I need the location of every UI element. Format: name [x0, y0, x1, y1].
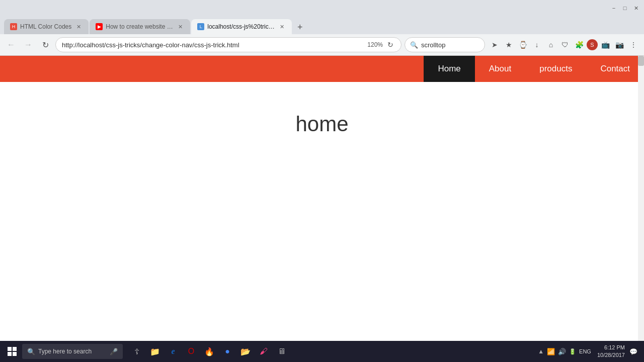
- chrome-icon: ●: [225, 347, 230, 356]
- navigate-forward-icon[interactable]: ➤: [488, 38, 501, 51]
- forward-button[interactable]: →: [21, 38, 35, 52]
- action-center-icon[interactable]: 💬: [627, 345, 640, 358]
- date-display: 10/28/2017: [597, 351, 625, 359]
- tab-title-1: HTML Color Codes: [20, 23, 71, 30]
- menu-button[interactable]: ⋮: [627, 38, 640, 51]
- program-icon: 🖥: [278, 347, 286, 356]
- taskbar-app-opera[interactable]: O: [183, 343, 199, 359]
- download-icon[interactable]: ↓: [530, 38, 543, 51]
- refresh-button[interactable]: ↻: [38, 38, 52, 52]
- taskbar-system-tray: ▲ 📶 🔊 🔋 ENG 6:12 PM 10/28/2017 💬: [534, 344, 640, 359]
- nav-label-contact: Contact: [600, 64, 630, 74]
- site-main-heading: home: [295, 112, 348, 136]
- taskbar-app-program[interactable]: 🖥: [274, 343, 290, 359]
- nav-item-contact[interactable]: Contact: [586, 56, 644, 82]
- language-label: ENG: [579, 348, 591, 354]
- show-hidden-icon[interactable]: ▲: [538, 348, 544, 355]
- tab-html-color-codes[interactable]: H HTML Color Codes ✕: [4, 19, 89, 34]
- tab-favicon-1: H: [10, 23, 17, 30]
- search-text: scrolltop: [421, 41, 445, 49]
- site-main-content: home: [0, 82, 644, 341]
- back-button[interactable]: ←: [4, 38, 18, 52]
- taskbar-app-chrome[interactable]: ●: [219, 343, 235, 359]
- tab-localhost[interactable]: L localhost/css-js%20tricks/chan... ✕: [191, 19, 292, 34]
- windows-logo-icon: [8, 347, 17, 356]
- tab-close-3[interactable]: ✕: [278, 23, 286, 31]
- toolbar-icons: ➤ ★ ⌚ ↓ ⌂ 🛡 🧩 S 📺 📷 ⋮: [488, 38, 640, 51]
- history-icon[interactable]: ⌚: [516, 38, 529, 51]
- browser-window: − □ ✕ H HTML Color Codes ✕ ▶ How to crea…: [0, 0, 644, 362]
- tab-title-2: How to create website layo...: [106, 23, 173, 30]
- nav-items: Home About products Contact: [424, 56, 644, 82]
- network-icon[interactable]: 📶: [547, 348, 555, 355]
- cast-icon[interactable]: 📺: [599, 38, 612, 51]
- firefox-icon: 🔥: [204, 347, 214, 356]
- battery-icon[interactable]: 🔋: [569, 348, 576, 355]
- nav-label-about: About: [489, 64, 511, 74]
- address-text: http://localhost/css-js-tricks/change-co…: [62, 41, 364, 49]
- system-icons: ▲ 📶 🔊 🔋 ENG: [534, 348, 595, 355]
- close-button[interactable]: ✕: [632, 4, 640, 12]
- taskbar-app-task-view[interactable]: ☦: [129, 343, 145, 359]
- nav-item-products[interactable]: products: [525, 56, 586, 82]
- taskbar-app-paint[interactable]: 🖌: [256, 343, 272, 359]
- maximize-button[interactable]: □: [621, 4, 629, 12]
- paint-icon: 🖌: [260, 347, 268, 356]
- taskbar-apps: ☦ 📁 e O 🔥 ● 📂 🖌 🖥: [129, 343, 290, 359]
- start-button[interactable]: [4, 343, 20, 359]
- account-icon[interactable]: S: [587, 39, 598, 50]
- new-tab-button[interactable]: +: [293, 20, 307, 34]
- title-bar: − □ ✕: [0, 0, 644, 16]
- nav-item-home[interactable]: Home: [424, 56, 474, 82]
- taskbar-app-ie[interactable]: e: [165, 343, 181, 359]
- minimize-button[interactable]: −: [610, 4, 618, 12]
- taskbar-app-folder[interactable]: 📂: [237, 343, 254, 359]
- folder-icon: 📂: [240, 347, 251, 356]
- bookmark-star-icon[interactable]: ★: [502, 38, 515, 51]
- tab-how-to-create[interactable]: ▶ How to create website layo... ✕: [90, 19, 190, 34]
- window-controls: − □ ✕: [610, 4, 640, 12]
- taskbar-search-placeholder: Type here to search: [38, 348, 92, 355]
- tab-title-3: localhost/css-js%20tricks/chan...: [207, 23, 275, 30]
- tab-close-1[interactable]: ✕: [74, 23, 83, 31]
- home-icon[interactable]: ⌂: [544, 38, 557, 51]
- opera-icon: O: [188, 347, 194, 356]
- volume-icon[interactable]: 🔊: [558, 348, 566, 355]
- time-display: 6:12 PM: [597, 344, 625, 351]
- scrollbar[interactable]: [638, 56, 644, 341]
- extensions-icon[interactable]: 🧩: [573, 38, 586, 51]
- taskbar-app-file-explorer[interactable]: 📁: [147, 343, 163, 359]
- site-navbar: Home About products Contact: [0, 56, 644, 82]
- search-bar[interactable]: 🔍 scrolltop: [405, 37, 485, 52]
- scrollbar-thumb[interactable]: [638, 56, 644, 66]
- taskbar: 🔍 Type here to search 🎤 ☦ 📁 e O 🔥 ●: [0, 341, 644, 362]
- task-view-icon: ☦: [134, 347, 139, 356]
- taskbar-search-icon: 🔍: [27, 348, 35, 355]
- nav-item-about[interactable]: About: [475, 56, 525, 82]
- tab-bar: H HTML Color Codes ✕ ▶ How to create web…: [0, 16, 644, 34]
- microphone-icon: 🎤: [110, 348, 118, 355]
- ie-icon: e: [171, 347, 175, 356]
- tab-favicon-2: ▶: [96, 23, 103, 30]
- zoom-level: 120%: [367, 41, 383, 48]
- file-explorer-icon: 📁: [150, 347, 160, 356]
- taskbar-app-firefox[interactable]: 🔥: [201, 343, 217, 359]
- screenshot-icon[interactable]: 📷: [613, 38, 626, 51]
- nav-label-home: Home: [438, 64, 460, 74]
- shield-icon[interactable]: 🛡: [558, 38, 572, 51]
- search-icon: 🔍: [410, 41, 418, 49]
- address-bar[interactable]: http://localhost/css-js-tricks/change-co…: [55, 37, 401, 52]
- address-bar-row: ← → ↻ http://localhost/css-js-tricks/cha…: [0, 34, 644, 55]
- tab-favicon-3: L: [197, 23, 204, 30]
- browser-content: Home About products Contact home: [0, 56, 644, 341]
- taskbar-search[interactable]: 🔍 Type here to search 🎤: [22, 344, 123, 359]
- address-refresh-icon[interactable]: ↻: [386, 40, 395, 49]
- nav-label-products: products: [539, 64, 572, 74]
- tab-close-2[interactable]: ✕: [176, 23, 184, 31]
- taskbar-clock[interactable]: 6:12 PM 10/28/2017: [597, 344, 625, 359]
